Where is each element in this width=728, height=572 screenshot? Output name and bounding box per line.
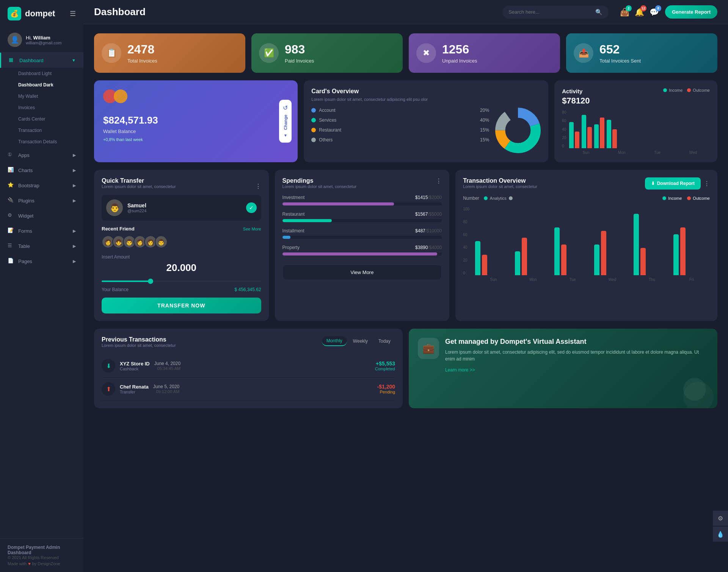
card-overview-body: Account 20% Services 40% Restaurant 15% (311, 108, 541, 153)
wallet-change-button[interactable]: ↺ Change ▾ (279, 100, 292, 143)
mid-row: $824,571.93 Wallet Balance +0,8% than la… (94, 80, 717, 162)
legend-item-account: Account 20% (311, 108, 489, 113)
recent-label: Recent Friend (102, 226, 135, 232)
avatar: 👤 (8, 33, 22, 47)
sp-val-property: $3890/$4000 (415, 245, 442, 250)
page-title: Dashboard (94, 6, 146, 18)
bootstrap-arrow: ▶ (73, 183, 76, 188)
to-bar-group-sun (475, 241, 511, 275)
user-section: 👤 Hi, William william@gmail.com (0, 27, 83, 53)
pt-amount-2: -$1,200 Pending (377, 384, 395, 394)
apps-arrow: ▶ (73, 153, 76, 158)
chat-icon-badge[interactable]: 💬 8 (650, 8, 659, 17)
sidebar-sub-cards-center[interactable]: Cards Center (0, 113, 83, 125)
stat-info-paid: 983 Paid Invoices (285, 42, 314, 64)
amount-slider[interactable] (102, 281, 261, 282)
hamburger-icon[interactable]: ☰ (70, 9, 76, 18)
to-income-legend: Income (662, 196, 682, 201)
qt-dots-menu[interactable]: ⋮ (255, 183, 261, 190)
activity-y-axis: 80 60 40 20 0 (562, 110, 566, 148)
download-report-button[interactable]: ⬇ Download Report (645, 177, 701, 190)
user-info: Hi, William william@gmail.com (26, 35, 61, 45)
topbar: Dashboard 🔍 👜 2 🔔 12 💬 8 Generate Report (83, 0, 728, 24)
stat-label-total: Total Invoices (127, 58, 157, 64)
to-x-labels: Sun Mon Tue Wed Thu Fri (475, 277, 710, 282)
mc-orange-circle (114, 89, 127, 103)
pt-tabs: Monthly Weekly Today (322, 336, 395, 346)
bag-icon-badge[interactable]: 👜 2 (620, 8, 629, 17)
float-theme-icon[interactable]: 💧 (713, 527, 728, 542)
learn-more-link[interactable]: Learn more >> (445, 367, 475, 373)
va-icon: 💼 (418, 338, 439, 359)
generate-report-button[interactable]: Generate Report (665, 5, 717, 19)
transfer-button[interactable]: TRANSFER NOW (102, 298, 261, 313)
user-greeting: Hi, William (26, 35, 61, 41)
sidebar-item-table[interactable]: ☰ Table ▶ (0, 238, 83, 254)
previous-transactions-card: Previous Transactions Lorem ipsum dolor … (94, 329, 403, 408)
sidebar-sub-my-wallet[interactable]: My Wallet (0, 91, 83, 102)
sidebar-sub-dashboard-dark[interactable]: Dashboard Dark (0, 79, 83, 91)
stats-row: 📋 2478 Total Invoices ✅ 983 Paid Invoice… (94, 33, 717, 73)
stat-icon-unpaid: ✖ (416, 43, 436, 63)
sp-item-property: Property $3890/$4000 (282, 245, 442, 255)
bell-icon-badge[interactable]: 🔔 12 (635, 8, 644, 17)
stat-card-paid: ✅ 983 Paid Invoices (251, 33, 403, 73)
view-more-button[interactable]: View More (282, 265, 442, 280)
sidebar-item-dashboard[interactable]: ▦ Dashboard ▼ (0, 53, 83, 68)
activity-amount: $78120 (562, 96, 710, 106)
sidebar-item-plugins[interactable]: 🔌 Plugins ▶ (0, 193, 83, 208)
sidebar-item-pages[interactable]: 📄 Pages ▶ (0, 254, 83, 269)
sidebar: 💰 dompet ☰ 👤 Hi, William william@gmail.c… (0, 0, 83, 572)
chat-badge: 8 (655, 5, 661, 11)
wallet-card: $824,571.93 Wallet Balance +0,8% than la… (94, 80, 298, 162)
to-bar-group-fri (673, 227, 710, 275)
va-title: Get managed by Dompet's Virtual Assistan… (445, 338, 708, 346)
search-input[interactable] (508, 9, 592, 15)
table-icon: ☰ (8, 243, 14, 249)
download-icon: ⬇ (651, 181, 655, 186)
sp-item-investment: Investment $1415/$2000 (282, 195, 442, 205)
sidebar-sub-transaction[interactable]: Transaction (0, 125, 83, 136)
main-content: Dashboard 🔍 👜 2 🔔 12 💬 8 Generate Report (83, 0, 728, 572)
see-more-link[interactable]: See More (243, 227, 261, 231)
bar-mon-outcome (587, 127, 592, 148)
sidebar-item-bootstrap[interactable]: ⭐ Bootstrap ▶ (0, 178, 83, 193)
sidebar-item-forms[interactable]: 📝 Forms ▶ (0, 223, 83, 238)
stat-num-total: 2478 (127, 42, 157, 56)
legend-item-services: Services 40% (311, 118, 489, 123)
balance-label: Your Balance (102, 287, 129, 292)
filter-toggle-analytics[interactable]: Analytics (484, 196, 513, 201)
forms-arrow: ▶ (73, 229, 76, 234)
spendings-dots-menu[interactable]: ⋮ (436, 177, 442, 185)
sidebar-footer: Dompet Payment Admin Dashboard © 2021 Al… (0, 538, 83, 572)
pages-arrow: ▶ (73, 259, 76, 264)
filter-number-label: Number (463, 196, 479, 201)
sidebar-item-charts[interactable]: 📊 Charts ▶ (0, 163, 83, 178)
to-bar-tue-income (554, 227, 560, 275)
legend-dot-restaurant (311, 128, 316, 132)
dashboard-icon: ▦ (9, 57, 16, 64)
apps-icon: ① (8, 152, 14, 158)
bar-tue-outcome (600, 118, 604, 148)
sidebar-sub-dashboard-light[interactable]: Dashboard Light (0, 68, 83, 79)
content-area: 📋 2478 Total Invoices ✅ 983 Paid Invoice… (83, 24, 728, 572)
sidebar-item-widget[interactable]: ⚙ Widget (0, 208, 83, 223)
bar-tue-income (594, 124, 599, 148)
pt-item-1: ⬇ XYZ Store ID Cashback June 4, 2020 05:… (102, 354, 395, 378)
pt-tab-monthly[interactable]: Monthly (322, 336, 347, 346)
to-dots-menu[interactable]: ⋮ (704, 180, 710, 187)
pt-tab-weekly[interactable]: Weekly (348, 336, 372, 346)
to-header: Transaction Overview Lorem ipsum dolor s… (463, 177, 710, 194)
sp-item-restaurant-header: Restaurant $1567/$5000 (282, 212, 442, 217)
income-legend: Income (663, 88, 682, 92)
sidebar-sub-transaction-details[interactable]: Transaction Details (0, 136, 83, 147)
pt-tab-today[interactable]: Today (374, 336, 395, 346)
sidebar-sub-invoices[interactable]: Invoices (0, 102, 83, 113)
sidebar-item-apps[interactable]: ① Apps ▶ (0, 147, 83, 163)
search-icon: 🔍 (595, 9, 602, 16)
float-settings-icon[interactable]: ⚙ (713, 511, 728, 526)
donut-chart (495, 108, 541, 153)
sp-fill-restaurant (282, 219, 332, 222)
bar-group-sun (569, 122, 579, 148)
outcome-legend: Outcome (687, 88, 710, 92)
